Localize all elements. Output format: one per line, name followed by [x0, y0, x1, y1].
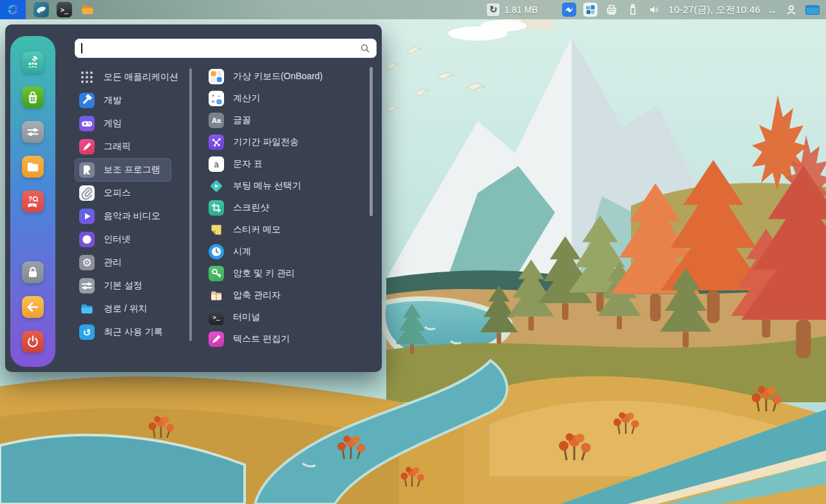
menu-search-input[interactable]: [82, 43, 360, 53]
category-label: 경로 / 위치: [104, 303, 147, 315]
logout-arrow-icon: [24, 299, 41, 315]
clock-applet[interactable]: 10-27(금), 오전10:46: [668, 4, 760, 16]
app-text-editor[interactable]: 텍스트 편집기: [207, 328, 377, 350]
hamonikr-logo-icon: [5, 2, 21, 17]
app-onboard-keyboard[interactable]: 가상 키보드(OnBoard): [207, 66, 377, 88]
usb-device-icon: [626, 3, 640, 17]
sidebar-software-manager-button[interactable]: [22, 86, 44, 108]
app-menu-button[interactable]: [0, 0, 26, 19]
category-label: 게임: [104, 118, 122, 129]
category-label: 그래픽: [104, 141, 131, 153]
app-label: 스크린샷: [233, 202, 269, 214]
app-label: 가상 키보드(OnBoard): [233, 71, 323, 82]
update-sync-applet[interactable]: ↻ 1.81 MB: [486, 3, 538, 17]
app-terminal[interactable]: >_ 터미널: [207, 306, 377, 328]
app-label: 시계: [233, 246, 251, 257]
archive-zipper-folder-icon: [209, 288, 224, 303]
category-scrollbar[interactable]: [189, 68, 192, 341]
category-label: 개발: [104, 95, 122, 106]
app-calculator[interactable]: + − × = 계산기: [207, 88, 377, 109]
app-label: 부팅 메뉴 선택기: [233, 180, 301, 192]
category-internet[interactable]: 인터넷: [75, 228, 142, 251]
development-icon: [79, 93, 95, 108]
input-switch-applet[interactable]: ↔: [767, 5, 777, 15]
sidebar-lock-button[interactable]: [22, 261, 44, 283]
help-book-icon: ?: [24, 193, 41, 210]
app-sticky-notes[interactable]: 스티커 메모: [207, 219, 377, 241]
app-label: 압축 관리자: [233, 290, 281, 301]
app-list-scrollbar[interactable]: [370, 67, 373, 216]
volume-applet[interactable]: [647, 3, 661, 17]
file-manager-launcher[interactable]: [80, 2, 95, 17]
system-tray: ↻ 1.81 MB: [486, 3, 826, 17]
sidebar-files-button[interactable]: [22, 156, 44, 178]
volume-icon: [647, 3, 661, 17]
software-bag-icon: [24, 89, 41, 106]
user-icon: [784, 3, 798, 17]
workspace-switcher[interactable]: [805, 5, 820, 15]
user-applet[interactable]: [784, 3, 798, 17]
app-file-transfer[interactable]: 기기간 파일전송: [207, 131, 377, 153]
category-music-video[interactable]: 음악과 비디오: [75, 205, 171, 228]
app-passwords-keys[interactable]: 암호 및 키 관리: [207, 263, 377, 285]
app-label: 스티커 메모: [233, 224, 281, 236]
sidebar-community-button[interactable]: [22, 51, 44, 73]
category-office[interactable]: 오피스: [75, 182, 142, 205]
category-recent[interactable]: ↺ 최근 사용 기록: [75, 321, 174, 344]
category-all-apps[interactable]: 모든 애플리케이션: [75, 66, 189, 89]
preferences-sliders-icon: [79, 278, 95, 294]
sidebar-logout-button[interactable]: [22, 296, 44, 318]
printer-icon: [605, 3, 619, 17]
app-fonts[interactable]: Aa 글꼴: [207, 109, 377, 131]
office-paperclip-icon: [79, 185, 95, 201]
category-label: 인터넷: [104, 234, 131, 245]
app-character-map[interactable]: à 문자 표: [207, 153, 377, 175]
app-label: 글꼴: [233, 115, 251, 126]
category-administration[interactable]: ⚙ 관리: [75, 251, 133, 274]
taskbar: >_ ↻ 1.81 MB: [0, 0, 826, 19]
search-icon: [360, 43, 370, 53]
internet-globe-icon: [79, 232, 95, 247]
desktop: >_ ↻ 1.81 MB: [0, 0, 826, 504]
removable-media-applet[interactable]: [626, 3, 640, 17]
sidebar-power-button[interactable]: [22, 331, 44, 353]
category-label: 음악과 비디오: [104, 210, 160, 222]
category-label: 최근 사용 기록: [104, 326, 163, 338]
terminal-icon: >_: [209, 310, 224, 325]
category-label: 모든 애플리케이션: [104, 71, 178, 83]
tray-blue-swoosh-app[interactable]: [562, 3, 576, 17]
printer-applet[interactable]: [605, 3, 619, 17]
app-boot-menu-selector[interactable]: 부팅 메뉴 선택기: [207, 175, 377, 197]
category-label: 보조 프로그램: [104, 164, 160, 176]
folder-icon: [80, 2, 95, 17]
menu-main-area: 모든 애플리케이션 개발: [75, 24, 377, 372]
menu-columns: 모든 애플리케이션 개발: [75, 66, 377, 350]
blue-swoosh-icon: [562, 3, 576, 17]
input-switch-icon: ↔: [767, 5, 777, 15]
sync-amount-label: 1.81 MB: [504, 5, 538, 15]
boot-menu-diamond-icon: [209, 178, 224, 194]
places-folder-icon: [79, 301, 95, 317]
terminal-launcher[interactable]: >_: [57, 2, 72, 17]
whale-browser-launcher[interactable]: [33, 2, 49, 17]
app-archive-manager[interactable]: 압축 관리자: [207, 285, 377, 306]
category-graphics[interactable]: 그래픽: [75, 135, 142, 158]
sidebar-settings-button[interactable]: [22, 121, 44, 143]
category-accessories[interactable]: 보조 프로그램: [75, 158, 171, 182]
character-map-icon: à: [209, 156, 224, 172]
app-label: 계산기: [233, 93, 260, 104]
file-transfer-network-icon: [209, 135, 224, 150]
category-list: 모든 애플리케이션 개발: [75, 66, 183, 344]
category-development[interactable]: 개발: [75, 89, 133, 112]
app-screenshot[interactable]: 스크린샷: [207, 197, 377, 219]
category-games[interactable]: 게임: [75, 112, 133, 135]
sidebar-help-button[interactable]: ?: [22, 191, 44, 212]
category-preferences[interactable]: 기본 설정: [75, 274, 153, 297]
app-clock[interactable]: 시계: [207, 241, 377, 263]
tray-pinwheel-app[interactable]: [583, 3, 597, 17]
recent-history-icon: ↺: [79, 324, 95, 340]
category-places[interactable]: 경로 / 위치: [75, 297, 158, 321]
svg-text:×: ×: [211, 98, 214, 105]
lock-icon: [24, 264, 41, 281]
app-label: 터미널: [233, 312, 260, 323]
